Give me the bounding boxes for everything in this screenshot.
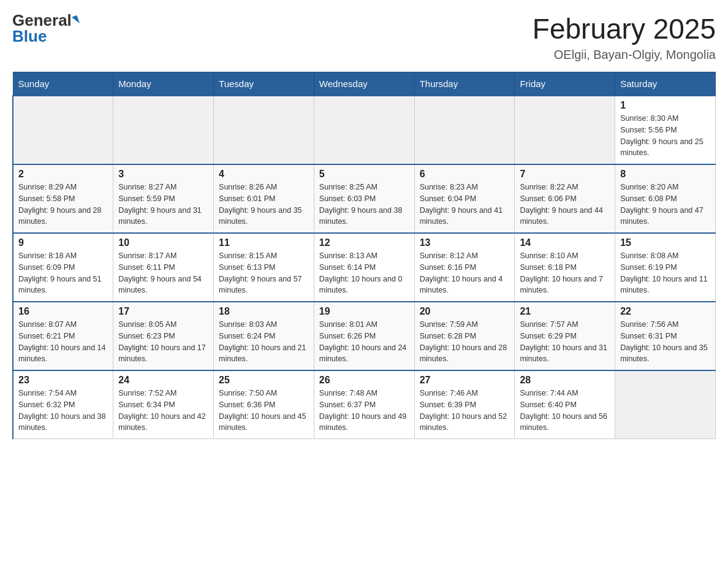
calendar-cell: 12Sunrise: 8:13 AMSunset: 6:14 PMDayligh… (314, 233, 414, 302)
calendar-cell: 25Sunrise: 7:50 AMSunset: 6:36 PMDayligh… (214, 370, 314, 439)
day-number: 19 (319, 306, 409, 317)
day-info: Sunrise: 8:27 AMSunset: 5:59 PMDaylight:… (118, 182, 208, 228)
calendar-cell: 18Sunrise: 8:03 AMSunset: 6:24 PMDayligh… (214, 302, 314, 370)
day-number: 10 (118, 237, 208, 248)
calendar-cell: 26Sunrise: 7:48 AMSunset: 6:37 PMDayligh… (314, 370, 414, 439)
weekday-header-row: SundayMondayTuesdayWednesdayThursdayFrid… (13, 72, 716, 96)
day-info: Sunrise: 7:56 AMSunset: 6:31 PMDaylight:… (620, 319, 710, 365)
day-number: 12 (319, 237, 409, 248)
calendar-cell: 9Sunrise: 8:18 AMSunset: 6:09 PMDaylight… (13, 233, 113, 302)
day-info: Sunrise: 7:50 AMSunset: 6:36 PMDaylight:… (219, 388, 309, 434)
calendar-cell (414, 96, 515, 164)
weekday-header-sunday: Sunday (13, 72, 113, 96)
day-info: Sunrise: 8:30 AMSunset: 5:56 PMDaylight:… (620, 113, 710, 159)
calendar-cell: 5Sunrise: 8:25 AMSunset: 6:03 PMDaylight… (314, 164, 414, 233)
day-number: 26 (319, 375, 409, 386)
calendar-cell (314, 96, 414, 164)
day-info: Sunrise: 8:22 AMSunset: 6:06 PMDaylight:… (520, 182, 610, 228)
day-info: Sunrise: 8:25 AMSunset: 6:03 PMDaylight:… (319, 182, 409, 228)
calendar-cell: 23Sunrise: 7:54 AMSunset: 6:32 PMDayligh… (13, 370, 113, 439)
day-number: 2 (18, 169, 108, 180)
day-info: Sunrise: 7:57 AMSunset: 6:29 PMDaylight:… (520, 319, 610, 365)
calendar-cell (515, 96, 615, 164)
day-info: Sunrise: 8:12 AMSunset: 6:16 PMDaylight:… (420, 250, 510, 296)
calendar-cell: 2Sunrise: 8:29 AMSunset: 5:58 PMDaylight… (13, 164, 113, 233)
calendar-cell: 15Sunrise: 8:08 AMSunset: 6:19 PMDayligh… (615, 233, 716, 302)
day-number: 4 (219, 169, 309, 180)
day-info: Sunrise: 8:20 AMSunset: 6:08 PMDaylight:… (620, 182, 710, 228)
calendar-cell: 24Sunrise: 7:52 AMSunset: 6:34 PMDayligh… (113, 370, 214, 439)
weekday-header-saturday: Saturday (615, 72, 716, 96)
logo-blue-text: Blue (12, 28, 47, 44)
calendar-cell (13, 96, 113, 164)
calendar-cell: 7Sunrise: 8:22 AMSunset: 6:06 PMDaylight… (515, 164, 615, 233)
calendar-title: February 2025 (533, 12, 716, 45)
calendar-cell: 19Sunrise: 8:01 AMSunset: 6:26 PMDayligh… (314, 302, 414, 370)
calendar-cell: 3Sunrise: 8:27 AMSunset: 5:59 PMDaylight… (113, 164, 214, 233)
calendar-cell: 27Sunrise: 7:46 AMSunset: 6:39 PMDayligh… (414, 370, 515, 439)
day-number: 22 (620, 306, 710, 317)
day-info: Sunrise: 7:54 AMSunset: 6:32 PMDaylight:… (18, 388, 108, 434)
calendar-cell: 13Sunrise: 8:12 AMSunset: 6:16 PMDayligh… (414, 233, 515, 302)
day-number: 28 (520, 375, 610, 386)
day-number: 24 (118, 375, 208, 386)
day-number: 3 (118, 169, 208, 180)
page-header: General Blue February 2025 OElgii, Bayan… (12, 12, 716, 62)
day-info: Sunrise: 8:01 AMSunset: 6:26 PMDaylight:… (319, 319, 409, 365)
day-info: Sunrise: 8:29 AMSunset: 5:58 PMDaylight:… (18, 182, 108, 228)
day-info: Sunrise: 8:07 AMSunset: 6:21 PMDaylight:… (18, 319, 108, 365)
day-number: 18 (219, 306, 309, 317)
calendar-cell: 11Sunrise: 8:15 AMSunset: 6:13 PMDayligh… (214, 233, 314, 302)
day-info: Sunrise: 7:44 AMSunset: 6:40 PMDaylight:… (520, 388, 610, 434)
weekday-header-monday: Monday (113, 72, 214, 96)
calendar-cell (615, 370, 716, 439)
day-number: 15 (620, 237, 710, 248)
day-info: Sunrise: 7:46 AMSunset: 6:39 PMDaylight:… (420, 388, 510, 434)
week-row-1: 1Sunrise: 8:30 AMSunset: 5:56 PMDaylight… (13, 96, 716, 164)
calendar-cell: 20Sunrise: 7:59 AMSunset: 6:28 PMDayligh… (414, 302, 515, 370)
calendar-cell: 17Sunrise: 8:05 AMSunset: 6:23 PMDayligh… (113, 302, 214, 370)
day-number: 17 (118, 306, 208, 317)
day-number: 23 (18, 375, 108, 386)
day-number: 16 (18, 306, 108, 317)
day-number: 6 (420, 169, 510, 180)
day-info: Sunrise: 8:05 AMSunset: 6:23 PMDaylight:… (118, 319, 208, 365)
calendar-cell: 1Sunrise: 8:30 AMSunset: 5:56 PMDaylight… (615, 96, 716, 164)
day-number: 14 (520, 237, 610, 248)
calendar-cell: 22Sunrise: 7:56 AMSunset: 6:31 PMDayligh… (615, 302, 716, 370)
logo: General Blue (12, 12, 78, 44)
weekday-header-tuesday: Tuesday (214, 72, 314, 96)
day-number: 1 (620, 100, 710, 111)
weekday-header-wednesday: Wednesday (314, 72, 414, 96)
day-info: Sunrise: 8:08 AMSunset: 6:19 PMDaylight:… (620, 250, 710, 296)
week-row-5: 23Sunrise: 7:54 AMSunset: 6:32 PMDayligh… (13, 370, 716, 439)
calendar-cell: 14Sunrise: 8:10 AMSunset: 6:18 PMDayligh… (515, 233, 615, 302)
week-row-3: 9Sunrise: 8:18 AMSunset: 6:09 PMDaylight… (13, 233, 716, 302)
day-number: 8 (620, 169, 710, 180)
week-row-4: 16Sunrise: 8:07 AMSunset: 6:21 PMDayligh… (13, 302, 716, 370)
day-number: 21 (520, 306, 610, 317)
calendar-cell: 16Sunrise: 8:07 AMSunset: 6:21 PMDayligh… (13, 302, 113, 370)
day-info: Sunrise: 8:10 AMSunset: 6:18 PMDaylight:… (520, 250, 610, 296)
day-info: Sunrise: 7:52 AMSunset: 6:34 PMDaylight:… (118, 388, 208, 434)
day-number: 20 (420, 306, 510, 317)
day-info: Sunrise: 7:48 AMSunset: 6:37 PMDaylight:… (319, 388, 409, 434)
day-info: Sunrise: 8:23 AMSunset: 6:04 PMDaylight:… (420, 182, 510, 228)
day-number: 13 (420, 237, 510, 248)
day-number: 5 (319, 169, 409, 180)
day-info: Sunrise: 8:03 AMSunset: 6:24 PMDaylight:… (219, 319, 309, 365)
day-number: 11 (219, 237, 309, 248)
day-number: 7 (520, 169, 610, 180)
calendar-cell: 8Sunrise: 8:20 AMSunset: 6:08 PMDaylight… (615, 164, 716, 233)
day-number: 25 (219, 375, 309, 386)
calendar-table: SundayMondayTuesdayWednesdayThursdayFrid… (12, 72, 716, 439)
day-info: Sunrise: 8:26 AMSunset: 6:01 PMDaylight:… (219, 182, 309, 228)
calendar-cell: 6Sunrise: 8:23 AMSunset: 6:04 PMDaylight… (414, 164, 515, 233)
week-row-2: 2Sunrise: 8:29 AMSunset: 5:58 PMDaylight… (13, 164, 716, 233)
day-info: Sunrise: 8:18 AMSunset: 6:09 PMDaylight:… (18, 250, 108, 296)
calendar-cell: 10Sunrise: 8:17 AMSunset: 6:11 PMDayligh… (113, 233, 214, 302)
calendar-cell: 21Sunrise: 7:57 AMSunset: 6:29 PMDayligh… (515, 302, 615, 370)
day-info: Sunrise: 7:59 AMSunset: 6:28 PMDaylight:… (420, 319, 510, 365)
day-info: Sunrise: 8:15 AMSunset: 6:13 PMDaylight:… (219, 250, 309, 296)
day-info: Sunrise: 8:13 AMSunset: 6:14 PMDaylight:… (319, 250, 409, 296)
